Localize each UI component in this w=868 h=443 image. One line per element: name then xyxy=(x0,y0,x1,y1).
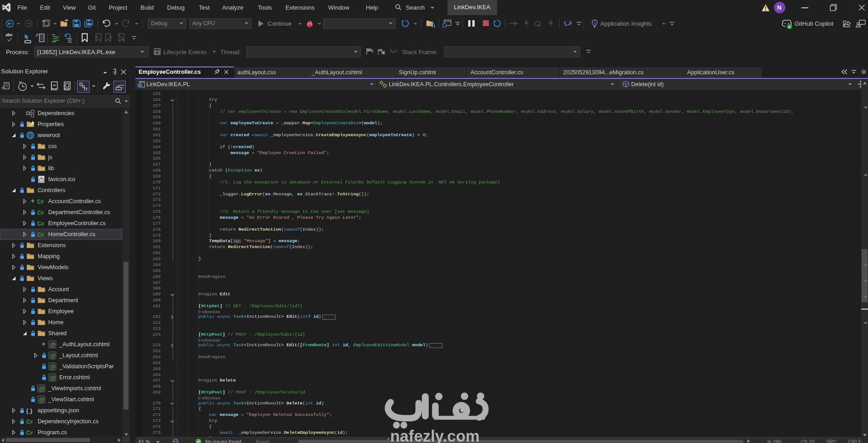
svg-text:nafezly.com: nafezly.com xyxy=(390,427,480,443)
